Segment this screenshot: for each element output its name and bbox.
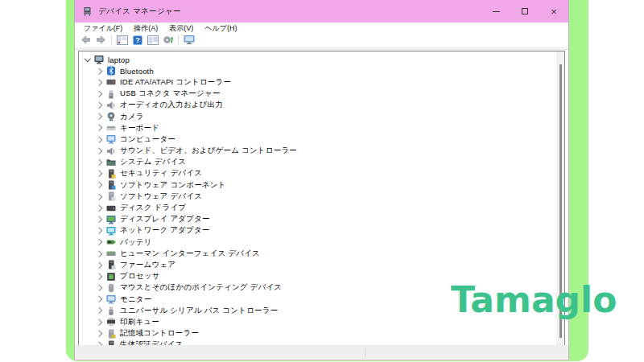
chevron-glyph (96, 262, 102, 269)
chevron-right-icon[interactable] (96, 92, 103, 97)
firmware-icon (106, 260, 116, 269)
chevron-right-icon[interactable] (96, 286, 103, 290)
window-controls: × (481, 0, 568, 23)
tree-row[interactable]: ヒューマン インターフェイス デバイス (79, 248, 564, 259)
chevron-glyph (96, 193, 102, 200)
chevron-right-icon[interactable] (96, 183, 103, 187)
titlebar[interactable]: デバイス マネージャー × (75, 0, 568, 23)
chevron-glyph (96, 205, 102, 212)
maximize-button[interactable] (510, 0, 539, 23)
tree-row[interactable]: サウンド、ビデオ、およびゲーム コントローラー (79, 146, 564, 157)
tree-item-label: マウスとそのほかのポインティング デバイス (120, 282, 282, 293)
tree-row[interactable]: ファームウェア (79, 259, 564, 270)
chevron-right-icon[interactable] (96, 263, 103, 268)
close-button[interactable]: × (539, 0, 568, 23)
tree-item-label: キーボード (120, 123, 159, 134)
system-devices-icon (106, 158, 116, 167)
maximize-icon (522, 8, 528, 14)
tree-root-row[interactable]: laptop (79, 54, 564, 65)
chevron-down-icon[interactable] (84, 58, 91, 61)
status-bar-divider (365, 348, 365, 358)
tree-row[interactable]: オーディオの入力および出力 (79, 100, 564, 111)
keyboard-icon (106, 123, 116, 133)
tree-row[interactable]: ディスク ドライブ (79, 202, 564, 213)
chevron-right-icon[interactable] (96, 103, 103, 108)
chevron-right-icon[interactable] (96, 160, 103, 165)
tree-row[interactable]: バッテリ (79, 237, 564, 248)
back-button[interactable] (79, 35, 93, 47)
tree-item-label: laptop (108, 56, 130, 64)
ide-ata-controller-icon (106, 77, 116, 87)
chevron-right-icon[interactable] (96, 69, 103, 74)
chevron-glyph (96, 285, 102, 291)
tree-item-label: Bluetooth (120, 67, 154, 76)
minimize-button[interactable] (481, 0, 510, 23)
chevron-right-icon[interactable] (96, 125, 103, 130)
forward-button[interactable] (94, 35, 108, 47)
tree-item-label: セキュリティ デバイス (120, 168, 202, 179)
security-devices-icon (106, 169, 116, 179)
chevron-right-icon[interactable] (96, 171, 103, 176)
chevron-glyph (96, 68, 102, 74)
tree-row[interactable]: 記憶域コントローラー (79, 328, 564, 339)
tree-row[interactable]: カメラ (79, 111, 564, 122)
tree-row[interactable]: Bluetooth (79, 65, 564, 76)
menu-file[interactable]: ファイル(F) (78, 23, 128, 34)
menu-help[interactable]: ヘルプ(H) (199, 23, 242, 34)
tree-item-label: ヒューマン インターフェイス デバイス (120, 249, 260, 259)
chevron-glyph (96, 148, 102, 154)
mouse-icon (106, 283, 116, 293)
software-devices-icon (106, 191, 116, 201)
print-queues-icon (106, 317, 116, 327)
tree-row[interactable]: セキュリティ デバイス (79, 168, 564, 179)
tree-row[interactable]: キーボード (79, 122, 564, 134)
monitor-icon (106, 294, 116, 304)
tree-row[interactable]: ソフトウェア デバイス (79, 191, 564, 202)
chevron-right-icon[interactable] (96, 308, 103, 313)
properties-button[interactable] (146, 35, 159, 47)
tree-row[interactable]: コンピューター (79, 134, 564, 145)
chevron-right-icon[interactable] (96, 320, 103, 325)
chevron-right-icon[interactable] (96, 331, 103, 336)
menu-action[interactable]: 操作(A) (128, 23, 163, 34)
chevron-right-icon[interactable] (96, 217, 103, 222)
tree-item-label: プロセッサ (120, 271, 160, 282)
help-icon: ? (133, 34, 142, 48)
chevron-right-icon[interactable] (96, 252, 103, 257)
software-components-icon (106, 180, 116, 190)
tree-item-label: コンピューター (120, 134, 175, 145)
desktop-background: デバイス マネージャー × ファイル(F)操作(A)表示(V)ヘルプ(H) ? … (0, 0, 644, 362)
chevron-glyph (96, 113, 102, 120)
chevron-right-icon[interactable] (96, 149, 103, 154)
chevron-right-icon[interactable] (96, 206, 103, 211)
chevron-glyph (96, 80, 102, 86)
chevron-right-icon[interactable] (96, 228, 103, 233)
tree-row[interactable]: ソフトウェア コンポーネント (79, 179, 564, 191)
processor-icon (106, 272, 116, 282)
help-button[interactable]: ? (130, 35, 144, 47)
chevron-right-icon[interactable] (96, 114, 103, 119)
network-adapters-icon (106, 226, 116, 236)
tree-row[interactable]: システム デバイス (79, 157, 564, 168)
chevron-right-icon[interactable] (96, 297, 103, 302)
chevron-right-icon[interactable] (96, 138, 103, 142)
show-console-tree-button[interactable] (115, 35, 129, 47)
display-adapters-icon (106, 215, 116, 224)
chevron-right-icon[interactable] (96, 80, 103, 85)
menu-view[interactable]: 表示(V) (163, 23, 199, 34)
tree-item-label: ユニバーサル シリアル バス コントローラー (120, 306, 278, 316)
tree-item-label: 記憶域コントローラー (120, 328, 199, 339)
chevron-right-icon[interactable] (96, 195, 103, 200)
properties-icon (147, 34, 159, 48)
tree-row[interactable]: ディスプレイ アダプター (79, 214, 564, 225)
chevron-right-icon[interactable] (96, 240, 103, 245)
back-arrow-icon (80, 34, 91, 48)
chevron-right-icon[interactable] (96, 274, 103, 279)
tree-row[interactable]: IDE ATA/ATAPI コントローラー (79, 76, 564, 88)
tree-row[interactable]: USB コネクタ マネージャー (79, 88, 564, 100)
battery-icon (106, 237, 116, 247)
devices-button[interactable] (182, 35, 196, 47)
tree-row[interactable]: ネットワーク アダプター (79, 225, 564, 237)
scan-hardware-button[interactable] (161, 35, 175, 47)
close-icon: × (551, 6, 557, 17)
